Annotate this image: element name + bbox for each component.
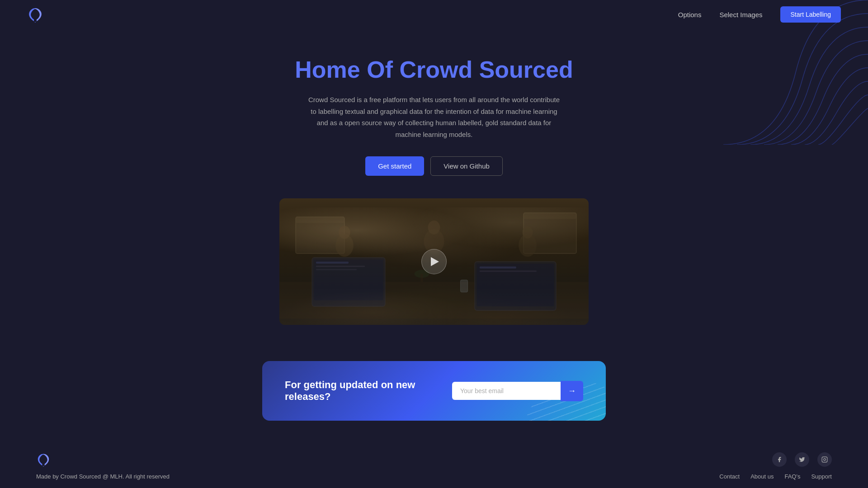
hero-description: Crowd Sourced is a free platform that le… — [307, 94, 561, 140]
hero-title-prefix: Home Of — [295, 56, 399, 83]
logo-icon — [27, 6, 43, 23]
newsletter-form: → — [452, 381, 583, 401]
footer-link-faq[interactable]: FAQ's — [784, 473, 800, 480]
hero-title-highlight: Crowd Sourced — [399, 56, 573, 83]
hero-buttons: Get started View on Github — [365, 156, 503, 176]
footer-logo-icon — [36, 452, 51, 467]
footer-copyright: Made by Crowd Sourced @ MLH. All right r… — [36, 473, 170, 480]
nav-link-select-images[interactable]: Select Images — [719, 11, 762, 19]
newsletter-heading: For getting updated on new releases? — [285, 379, 429, 403]
footer-logo[interactable] — [36, 452, 51, 467]
hero-title: Home Of Crowd Sourced — [295, 56, 573, 83]
newsletter-section: For getting updated on new releases? → — [262, 361, 606, 421]
facebook-icon[interactable] — [772, 452, 787, 467]
svg-rect-12 — [477, 264, 554, 307]
copyright-suffix: . All right reserved — [123, 473, 170, 480]
footer-bottom: Made by Crowd Sourced @ MLH. All right r… — [36, 473, 832, 480]
nav-links: Options Select Images Start Labelling — [678, 6, 841, 23]
video-thumbnail[interactable] — [279, 198, 589, 325]
svg-rect-13 — [480, 267, 516, 269]
copyright-prefix: Made by — [36, 473, 60, 480]
newsletter-submit-button[interactable]: → — [561, 381, 583, 401]
svg-rect-21 — [461, 280, 468, 292]
navbar: Options Select Images Start Labelling — [0, 0, 868, 29]
footer-link-support[interactable]: Support — [811, 473, 832, 480]
start-labelling-button[interactable]: Start Labelling — [780, 6, 841, 23]
svg-point-20 — [522, 226, 533, 239]
svg-rect-24 — [822, 457, 827, 462]
svg-rect-9 — [316, 266, 365, 267]
footer-link-about[interactable]: About us — [750, 473, 774, 480]
main-content: Home Of Crowd Sourced Crowd Sourced is a… — [0, 29, 868, 439]
hero-section: Home Of Crowd Sourced Crowd Sourced is a… — [253, 29, 615, 343]
footer-link-contact[interactable]: Contact — [719, 473, 740, 480]
svg-rect-10 — [316, 269, 357, 270]
svg-rect-2 — [296, 217, 344, 223]
svg-rect-23 — [420, 274, 423, 282]
footer-social — [772, 452, 832, 467]
footer: Made by Crowd Sourced @ MLH. All right r… — [0, 439, 868, 488]
video-play-button[interactable] — [421, 249, 447, 274]
get-started-button[interactable]: Get started — [365, 156, 424, 176]
svg-rect-4 — [524, 213, 576, 219]
nav-logo[interactable] — [27, 6, 43, 23]
nav-link-options[interactable]: Options — [678, 11, 702, 19]
footer-links: Contact About us FAQ's Support — [719, 473, 832, 480]
twitter-icon[interactable] — [795, 452, 809, 467]
video-wrapper — [279, 198, 589, 325]
svg-point-16 — [339, 226, 350, 239]
view-github-button[interactable]: View on Github — [430, 156, 502, 176]
svg-rect-8 — [316, 262, 349, 264]
arrow-right-icon: → — [568, 386, 576, 396]
copyright-brand: Crowd Sourced @ MLH — [60, 473, 122, 480]
newsletter-email-input[interactable] — [452, 382, 561, 400]
footer-top — [36, 452, 832, 467]
svg-point-18 — [428, 221, 440, 235]
svg-rect-14 — [480, 271, 537, 272]
instagram-icon[interactable] — [817, 452, 832, 467]
